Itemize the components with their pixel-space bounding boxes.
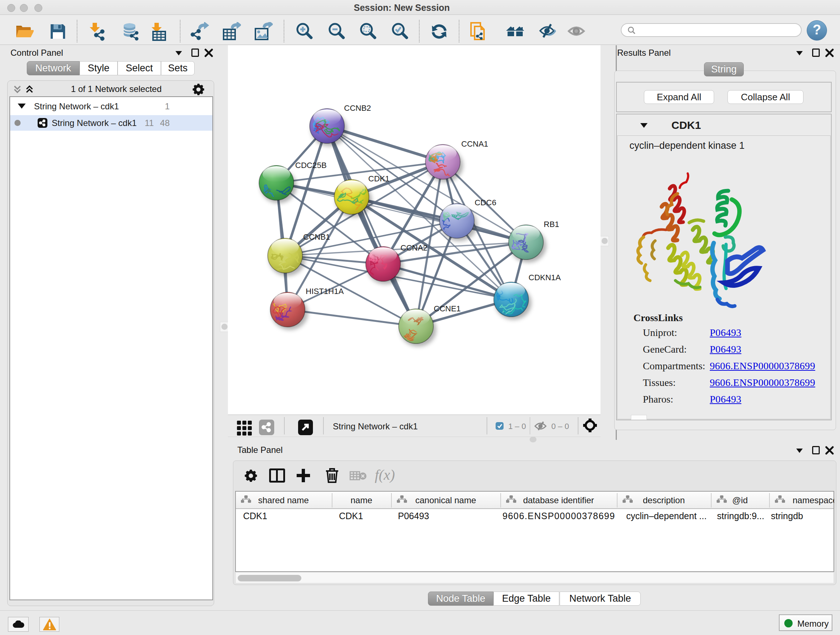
svg-text:CDK1: CDK1 <box>368 174 390 183</box>
svg-text:CCNA2: CCNA2 <box>401 243 428 252</box>
svg-text:CCNB1: CCNB1 <box>303 233 330 241</box>
svg-text:CDC6: CDC6 <box>475 198 496 207</box>
svg-text:CDKN1A: CDKN1A <box>529 273 561 282</box>
svg-text:CCNA1: CCNA1 <box>461 139 488 149</box>
svg-text:RB1: RB1 <box>544 220 559 229</box>
svg-text:CDC25B: CDC25B <box>295 161 327 170</box>
svg-text:CCNE1: CCNE1 <box>434 304 461 313</box>
svg-text:CCNB2: CCNB2 <box>344 103 371 112</box>
svg-text:HIST1H1A: HIST1H1A <box>306 287 344 296</box>
